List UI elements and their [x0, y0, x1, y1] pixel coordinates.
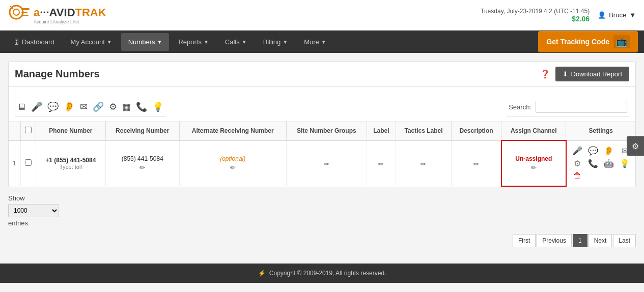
col-num	[9, 122, 20, 140]
nav-numbers[interactable]: Numbers ▼	[121, 33, 170, 51]
manage-actions: ❓ ⬇ Download Report	[540, 67, 629, 81]
col-site-number-groups: Site Number Groups	[286, 122, 367, 140]
manage-title: Manage Numbers	[15, 68, 100, 80]
row-num: 1	[9, 140, 20, 186]
footer-icon: ⚡	[258, 270, 266, 277]
settings-microphone-icon[interactable]: 🎤	[572, 146, 582, 156]
current-page-button[interactable]: 1	[573, 234, 587, 247]
datetime-display: Tuesday, July-23-2019 4:2 (UTC -11:45) $…	[481, 8, 590, 23]
nav-dashboard[interactable]: 🎛 Dashboard	[6, 33, 62, 51]
tactics-label-cell: ✏	[396, 140, 452, 186]
nav-billing[interactable]: Billing ▼	[256, 33, 295, 51]
more-caret-icon: ▼	[321, 39, 326, 45]
user-caret-icon: ▼	[629, 11, 636, 19]
search-label: Search:	[509, 103, 531, 111]
nav-more[interactable]: More ▼	[297, 33, 333, 51]
receiving-edit-icon[interactable]: ✏	[110, 164, 175, 171]
numbers-caret-icon: ▼	[157, 39, 162, 45]
col-receiving-number: Receiving Number	[105, 122, 179, 140]
alternate-edit-icon[interactable]: ✏	[184, 164, 282, 171]
receiving-number-cell: (855) 441-5084 ✏	[105, 140, 179, 186]
grid-icon[interactable]: ▦	[122, 101, 131, 112]
screen-icon[interactable]: 🖥	[17, 102, 26, 112]
ear-icon[interactable]: 👂	[64, 101, 75, 112]
row-checkbox-cell	[20, 140, 36, 186]
next-page-button[interactable]: Next	[589, 234, 612, 247]
settings-gear-icon[interactable]: ⚙	[574, 159, 581, 168]
user-menu[interactable]: 👤 Bruce ▼	[598, 11, 636, 19]
show-select[interactable]: 1000 100 50 25	[8, 204, 59, 217]
assign-channel-status: Un-assigned	[506, 155, 562, 162]
description-edit-icon[interactable]: ✏	[456, 160, 497, 168]
tracking-code-button[interactable]: Get Tracking Code 📺	[538, 31, 638, 52]
svg-rect-4	[21, 12, 27, 13]
billing-caret-icon: ▼	[283, 39, 288, 45]
phone-number-value: +1 (855) 441-5084	[40, 157, 101, 164]
site-groups-edit-icon[interactable]: ✏	[291, 160, 362, 168]
gear-icon[interactable]: ⚙	[109, 101, 117, 112]
manage-numbers-panel: Manage Numbers ❓ ⬇ Download Report 🖥 🎤 💬…	[8, 61, 636, 187]
link-icon[interactable]: 🔗	[93, 101, 104, 112]
calls-caret-icon: ▼	[242, 39, 247, 45]
col-tactics-label: Tactics Label	[396, 122, 452, 140]
col-label: Label	[367, 122, 396, 140]
show-label: Show	[8, 194, 636, 202]
dashboard-icon: 🎛	[13, 38, 20, 46]
settings-cell: 🎤 💬 👂 ✉ ⚙ 📞 🤖 💡 🗑	[566, 140, 635, 186]
settings-overlay[interactable]: ⚙	[627, 136, 644, 156]
footer-text: Copyright © 2009-2019, All rights reserv…	[269, 270, 386, 277]
mail-icon[interactable]: ✉	[80, 101, 88, 112]
settings-robot-icon[interactable]: 🤖	[604, 159, 614, 168]
phone-number-cell: +1 (855) 441-5084 Type: toll	[36, 140, 105, 186]
settings-icons-group: 🎤 💬 👂 ✉ ⚙ 📞 🤖 💡 🗑	[571, 146, 631, 181]
prev-page-button[interactable]: Previous	[537, 234, 572, 247]
col-alternate-receiving: Alternate Receiving Number	[179, 122, 286, 140]
row-checkbox[interactable]	[25, 159, 32, 166]
nav-reports[interactable]: Reports ▼	[171, 33, 215, 51]
select-all-checkbox[interactable]	[25, 127, 32, 133]
phone-id-icon[interactable]: 📞	[136, 101, 147, 112]
nav-calls[interactable]: Calls ▼	[218, 33, 254, 51]
col-assign-channel: Assign Channel	[501, 122, 566, 140]
last-page-button[interactable]: Last	[613, 234, 636, 247]
lightbulb-icon[interactable]: 💡	[152, 101, 163, 112]
tactics-edit-icon[interactable]: ✏	[400, 160, 447, 168]
assign-channel-edit-icon[interactable]: ✏	[506, 164, 562, 171]
settings-delete-icon[interactable]: 🗑	[573, 171, 581, 181]
first-page-button[interactable]: First	[513, 234, 536, 247]
assign-channel-cell[interactable]: Un-assigned ✏	[501, 140, 566, 186]
logo-tagline: Acquire | Analyze | Act	[34, 19, 106, 24]
settings-phone-icon[interactable]: 📞	[588, 159, 598, 168]
search-input[interactable]	[536, 101, 627, 113]
my-account-caret-icon: ▼	[107, 39, 112, 45]
header-right: Tuesday, July-23-2019 4:2 (UTC -11:45) $…	[481, 8, 636, 23]
alternate-optional-text: (optional)	[184, 155, 282, 162]
pagination: First Previous 1 Next Last	[8, 234, 636, 247]
alternate-receiving-cell: (optional) ✏	[179, 140, 286, 186]
microphone-icon[interactable]: 🎤	[31, 101, 42, 112]
label-cell: ✏	[367, 140, 396, 186]
col-settings: Settings	[566, 122, 635, 140]
svg-point-1	[13, 9, 19, 15]
settings-ear-icon[interactable]: 👂	[604, 146, 614, 156]
chat-icon[interactable]: 💬	[47, 101, 59, 112]
help-icon[interactable]: ❓	[540, 69, 550, 79]
tracking-code-icon: 📺	[613, 35, 630, 48]
table-row: 1 +1 (855) 441-5084 Type: toll (855) 441…	[9, 140, 635, 186]
svg-rect-3	[21, 8, 30, 10]
top-header: a···AVIDTRAK Acquire | Analyze | Act Tue…	[0, 0, 644, 31]
settings-lightbulb-icon[interactable]: 💡	[620, 159, 630, 168]
nav-bar: 🎛 Dashboard My Account ▼ Numbers ▼ Repor…	[0, 31, 644, 53]
content-area: Manage Numbers ❓ ⬇ Download Report 🖥 🎤 💬…	[0, 53, 644, 255]
table-header-row: Phone Number Receiving Number Alternate …	[9, 122, 635, 140]
download-report-button[interactable]: ⬇ Download Report	[555, 67, 629, 81]
col-phone-number: Phone Number	[36, 122, 105, 140]
search-bar: Search:	[507, 98, 629, 116]
phone-type: Type: toll	[40, 164, 101, 170]
label-edit-icon[interactable]: ✏	[371, 160, 391, 168]
receiving-number-value: (855) 441-5084	[110, 155, 175, 162]
site-number-groups-cell: ✏	[286, 140, 367, 186]
settings-chat-icon[interactable]: 💬	[588, 146, 598, 156]
username: Bruce	[609, 11, 626, 19]
nav-my-account[interactable]: My Account ▼	[64, 33, 119, 51]
